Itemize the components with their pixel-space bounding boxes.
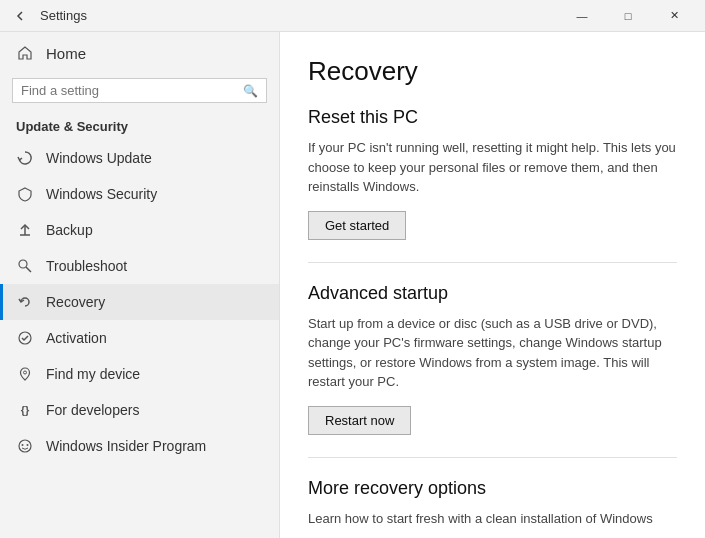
sidebar-item-home[interactable]: Home bbox=[0, 32, 279, 74]
sidebar-section-title: Update & Security bbox=[0, 111, 279, 140]
main-content: Home 🔍 Update & Security Windows Update … bbox=[0, 32, 705, 538]
sidebar-item-label: For developers bbox=[46, 402, 139, 418]
advanced-startup-title: Advanced startup bbox=[308, 283, 677, 304]
more-recovery-text: Learn how to start fresh with a clean in… bbox=[308, 509, 677, 529]
content-panel: Recovery Reset this PC If your PC isn't … bbox=[280, 32, 705, 538]
more-recovery-title: More recovery options bbox=[308, 478, 677, 499]
windows-security-icon bbox=[16, 185, 34, 203]
sidebar-item-label: Windows Security bbox=[46, 186, 157, 202]
search-input[interactable] bbox=[21, 83, 243, 98]
restart-now-button[interactable]: Restart now bbox=[308, 406, 411, 435]
title-bar: Settings — □ ✕ bbox=[0, 0, 705, 32]
sidebar-item-find-my-device[interactable]: Find my device bbox=[0, 356, 279, 392]
sidebar-item-recovery[interactable]: Recovery bbox=[0, 284, 279, 320]
svg-point-8 bbox=[27, 444, 29, 446]
home-icon bbox=[16, 44, 34, 62]
svg-point-6 bbox=[19, 440, 31, 452]
troubleshoot-icon bbox=[16, 257, 34, 275]
backup-icon bbox=[16, 221, 34, 239]
recovery-icon bbox=[16, 293, 34, 311]
sidebar-item-windows-update[interactable]: Windows Update bbox=[0, 140, 279, 176]
windows-update-icon bbox=[16, 149, 34, 167]
svg-point-5 bbox=[24, 371, 27, 374]
window-title: Settings bbox=[40, 8, 559, 23]
search-box[interactable]: 🔍 bbox=[12, 78, 267, 103]
divider-2 bbox=[308, 457, 677, 458]
window-controls: — □ ✕ bbox=[559, 0, 697, 32]
sidebar-item-label: Troubleshoot bbox=[46, 258, 127, 274]
search-icon: 🔍 bbox=[243, 84, 258, 98]
sidebar-item-label: Windows Insider Program bbox=[46, 438, 206, 454]
page-title: Recovery bbox=[308, 56, 677, 87]
sidebar-item-backup[interactable]: Backup bbox=[0, 212, 279, 248]
sidebar: Home 🔍 Update & Security Windows Update … bbox=[0, 32, 280, 538]
sidebar-item-activation[interactable]: Activation bbox=[0, 320, 279, 356]
svg-point-2 bbox=[19, 260, 27, 268]
get-started-button[interactable]: Get started bbox=[308, 211, 406, 240]
back-button[interactable] bbox=[8, 4, 32, 28]
sidebar-item-windows-insider[interactable]: Windows Insider Program bbox=[0, 428, 279, 464]
reset-pc-title: Reset this PC bbox=[308, 107, 677, 128]
windows-insider-icon bbox=[16, 437, 34, 455]
maximize-button[interactable]: □ bbox=[605, 0, 651, 32]
sidebar-item-label: Windows Update bbox=[46, 150, 152, 166]
divider-1 bbox=[308, 262, 677, 263]
sidebar-item-windows-security[interactable]: Windows Security bbox=[0, 176, 279, 212]
sidebar-item-label: Backup bbox=[46, 222, 93, 238]
reset-pc-text: If your PC isn't running well, resetting… bbox=[308, 138, 677, 197]
sidebar-item-label: Activation bbox=[46, 330, 107, 346]
minimize-button[interactable]: — bbox=[559, 0, 605, 32]
activation-icon bbox=[16, 329, 34, 347]
sidebar-item-troubleshoot[interactable]: Troubleshoot bbox=[0, 248, 279, 284]
svg-point-7 bbox=[22, 444, 24, 446]
close-button[interactable]: ✕ bbox=[651, 0, 697, 32]
find-my-device-icon bbox=[16, 365, 34, 383]
advanced-startup-text: Start up from a device or disc (such as … bbox=[308, 314, 677, 392]
sidebar-item-label: Find my device bbox=[46, 366, 140, 382]
home-label: Home bbox=[46, 45, 86, 62]
sidebar-item-label: Recovery bbox=[46, 294, 105, 310]
sidebar-item-for-developers[interactable]: {} For developers bbox=[0, 392, 279, 428]
svg-line-3 bbox=[26, 267, 31, 272]
for-developers-icon: {} bbox=[16, 401, 34, 419]
